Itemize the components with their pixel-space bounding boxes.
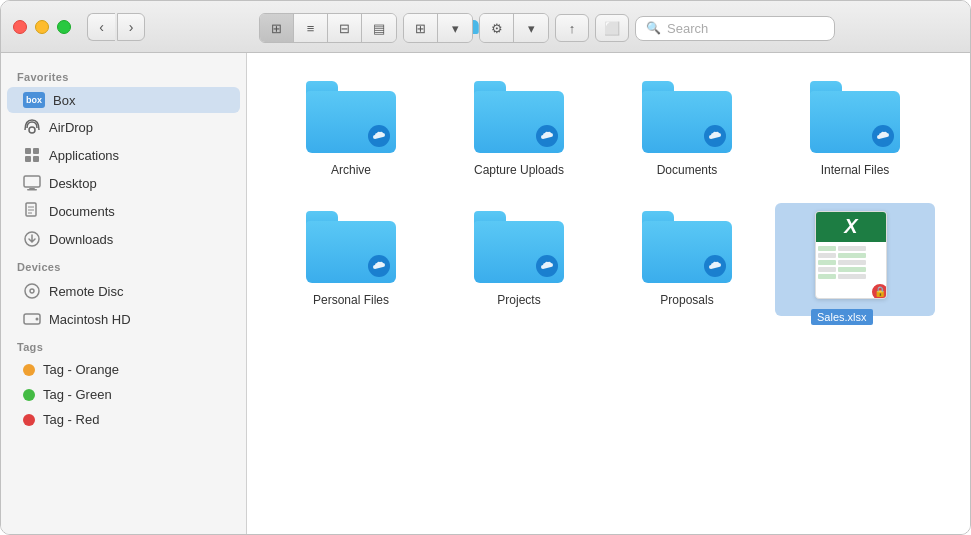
file-label-internal-files: Internal Files [821, 163, 890, 179]
sidebar-item-tag-red-label: Tag - Red [43, 412, 99, 427]
tag-red-dot [23, 414, 35, 426]
file-item-sales-xlsx[interactable]: X [775, 203, 935, 317]
sidebar-item-remote-disc-label: Remote Disc [49, 284, 123, 299]
svg-rect-1 [25, 148, 31, 154]
favorites-section-title: Favorites [1, 63, 246, 87]
search-placeholder: Search [667, 21, 708, 36]
folder-icon-documents [642, 81, 732, 157]
tag-green-dot [23, 389, 35, 401]
traffic-lights [13, 20, 71, 34]
file-label-archive: Archive [331, 163, 371, 179]
maximize-button[interactable] [57, 20, 71, 34]
svg-rect-3 [25, 156, 31, 162]
sidebar-item-airdrop[interactable]: AirDrop [7, 113, 240, 141]
sidebar-item-tag-orange[interactable]: Tag - Orange [7, 357, 240, 382]
sidebar-item-downloads-label: Downloads [49, 232, 113, 247]
excel-filename-bar: Sales.xlsx [811, 309, 873, 325]
lock-badge-icon: 🔒 [870, 282, 887, 299]
nav-buttons: ‹ › [87, 13, 145, 41]
desktop-icon [23, 174, 41, 192]
airdrop-icon [23, 118, 41, 136]
file-grid: Archive Capture Uploads [271, 73, 946, 316]
file-item-documents[interactable]: Documents [607, 73, 767, 187]
file-item-archive[interactable]: Archive [271, 73, 431, 187]
file-item-internal-files[interactable]: Internal Files [775, 73, 935, 187]
cloud-badge-internal-files [872, 125, 894, 147]
sidebar-item-macintosh-hd-label: Macintosh HD [49, 312, 131, 327]
back-button[interactable]: ‹ [87, 13, 115, 41]
file-item-personal-files[interactable]: Personal Files [271, 203, 431, 317]
folder-icon-archive [306, 81, 396, 157]
cloud-badge-projects [536, 255, 558, 277]
titlebar: ‹ › Box ⊞ ≡ ⊟ ▤ ⊞ ▾ ⚙ ▾ ↑ ⬜ 🔍 Search [1, 1, 970, 53]
excel-file-icon: X [815, 211, 887, 299]
svg-point-16 [36, 318, 39, 321]
box-badge-icon: box [23, 92, 45, 108]
sidebar-item-box[interactable]: box Box [7, 87, 240, 113]
file-label-personal-files: Personal Files [313, 293, 389, 309]
svg-rect-7 [27, 189, 37, 191]
gear-button[interactable]: ⚙ [480, 14, 514, 42]
file-label-documents: Documents [657, 163, 718, 179]
sidebar-item-tag-orange-label: Tag - Orange [43, 362, 119, 377]
excel-x-letter: X [844, 215, 857, 238]
grid-size-dropdown[interactable]: ▾ [438, 14, 472, 42]
documents-icon [23, 202, 41, 220]
file-item-capture-uploads[interactable]: Capture Uploads [439, 73, 599, 187]
sidebar-item-documents[interactable]: Documents [7, 197, 240, 225]
tag-button[interactable]: ⬜ [595, 14, 629, 42]
remote-disc-icon [23, 282, 41, 300]
svg-rect-4 [33, 156, 39, 162]
sidebar-item-tag-green[interactable]: Tag - Green [7, 382, 240, 407]
sidebar-item-remote-disc[interactable]: Remote Disc [7, 277, 240, 305]
svg-point-14 [30, 289, 34, 293]
file-label-capture-uploads: Capture Uploads [474, 163, 564, 179]
devices-section-title: Devices [1, 253, 246, 277]
file-item-proposals[interactable]: Proposals [607, 203, 767, 317]
folder-icon-capture-uploads [474, 81, 564, 157]
file-browser: Archive Capture Uploads [247, 53, 970, 534]
macintosh-hd-icon [23, 310, 41, 328]
cloud-badge-personal-files [368, 255, 390, 277]
search-icon: 🔍 [646, 21, 661, 35]
search-bar[interactable]: 🔍 Search [635, 16, 835, 41]
applications-icon [23, 146, 41, 164]
cloud-badge-documents [704, 125, 726, 147]
coverflow-view-button[interactable]: ▤ [362, 14, 396, 42]
icon-grid-view-button[interactable]: ⊞ [260, 14, 294, 42]
gear-dropdown[interactable]: ▾ [514, 14, 548, 42]
minimize-button[interactable] [35, 20, 49, 34]
tag-orange-dot [23, 364, 35, 376]
forward-button[interactable]: › [117, 13, 145, 41]
grid-size-group: ⊞ ▾ [403, 13, 473, 43]
folder-icon-projects [474, 211, 564, 287]
sidebar-item-downloads[interactable]: Downloads [7, 225, 240, 253]
folder-icon-internal-files [810, 81, 900, 157]
list-view-button[interactable]: ≡ [294, 14, 328, 42]
svg-point-0 [29, 127, 35, 133]
sidebar-item-tag-green-label: Tag - Green [43, 387, 112, 402]
cloud-badge-capture-uploads [536, 125, 558, 147]
close-button[interactable] [13, 20, 27, 34]
grid-size-button[interactable]: ⊞ [404, 14, 438, 42]
file-label-projects: Projects [497, 293, 540, 309]
svg-rect-2 [33, 148, 39, 154]
sidebar-item-applications[interactable]: Applications [7, 141, 240, 169]
column-view-button[interactable]: ⊟ [328, 14, 362, 42]
sidebar: Favorites box Box AirDrop [1, 53, 247, 534]
sidebar-item-airdrop-label: AirDrop [49, 120, 93, 135]
sidebar-item-documents-label: Documents [49, 204, 115, 219]
folder-icon-personal-files [306, 211, 396, 287]
sidebar-item-applications-label: Applications [49, 148, 119, 163]
sidebar-item-box-label: Box [53, 93, 75, 108]
toolbar-area: ⊞ ≡ ⊟ ▤ ⊞ ▾ ⚙ ▾ ↑ ⬜ 🔍 Search [247, 13, 970, 43]
main-content: Favorites box Box AirDrop [1, 53, 970, 534]
file-item-projects[interactable]: Projects [439, 203, 599, 317]
sidebar-item-tag-red[interactable]: Tag - Red [7, 407, 240, 432]
sidebar-item-desktop[interactable]: Desktop [7, 169, 240, 197]
share-button[interactable]: ↑ [555, 14, 589, 42]
sidebar-item-macintosh-hd[interactable]: Macintosh HD [7, 305, 240, 333]
tags-section-title: Tags [1, 333, 246, 357]
sidebar-item-desktop-label: Desktop [49, 176, 97, 191]
svg-point-13 [25, 284, 39, 298]
